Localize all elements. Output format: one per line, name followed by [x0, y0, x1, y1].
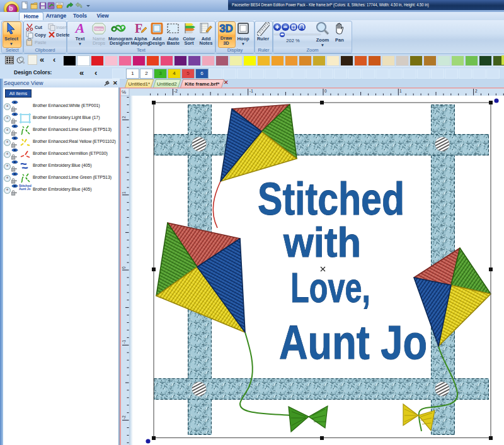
svg-text:1: 1 [122, 191, 126, 194]
svg-text:Stitched: Stitched [258, 174, 404, 224]
svg-text:2: 2 [475, 89, 478, 93]
svg-text:Love,: Love, [290, 264, 370, 311]
svg-text:Name: Name [94, 27, 104, 31]
svg-text:-2: -2 [174, 89, 178, 93]
svg-text:℅: ℅ [122, 89, 126, 95]
svg-text:0: 0 [122, 266, 126, 269]
svg-text:2: 2 [122, 116, 126, 118]
svg-text:3D: 3D [219, 23, 233, 35]
svg-text:-1: -1 [122, 340, 126, 344]
svg-text:Aunt Jo: Aunt Jo [279, 315, 427, 369]
svg-text:0: 0 [324, 89, 327, 93]
svg-text:A: A [74, 22, 85, 35]
svg-text:with: with [283, 219, 361, 266]
svg-text:-2: -2 [122, 415, 126, 419]
svg-text:-1: -1 [249, 89, 253, 93]
svg-text:1: 1 [399, 89, 402, 93]
